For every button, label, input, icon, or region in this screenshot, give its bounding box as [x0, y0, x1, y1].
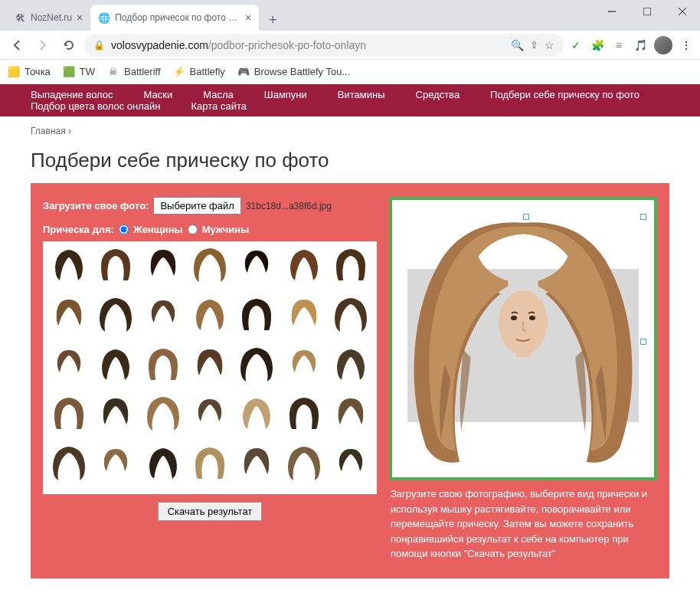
hairstyle-thumb[interactable]: [47, 246, 90, 284]
bookmarks-bar: 🟨Точка 🟩TW ☠Battleriff ⚡Battlefly 🎮Brows…: [0, 60, 700, 84]
tab-active[interactable]: 🌐 Подбор причесок по фото онла ×: [90, 5, 259, 31]
browser-toolbar: 🔒 volosvypadenie.com/podbor-prichesok-po…: [0, 31, 700, 60]
nav-shampuni[interactable]: Шампуни: [264, 89, 307, 100]
close-tab-icon[interactable]: ×: [77, 11, 83, 24]
hairstyle-thumb[interactable]: [330, 246, 372, 284]
bookmark-battleriff[interactable]: ☠Battleriff: [107, 66, 160, 78]
favicon-globe: 🌐: [98, 11, 110, 24]
resize-handle-e[interactable]: [640, 339, 646, 345]
hairstyle-thumb[interactable]: [188, 395, 231, 433]
hairstyle-thumb[interactable]: [330, 296, 372, 334]
breadcrumb: Главная ›: [0, 116, 700, 146]
hairstyle-gallery[interactable]: [43, 241, 377, 494]
hairstyle-thumb[interactable]: [330, 395, 372, 433]
hairstyle-thumb[interactable]: [142, 444, 184, 483]
hairstyle-thumb[interactable]: [283, 296, 325, 334]
hairstyle-thumb[interactable]: [142, 296, 184, 334]
hairstyle-thumb[interactable]: [188, 246, 231, 284]
hairstyle-thumb[interactable]: [236, 246, 278, 284]
tab-noznet[interactable]: 🛠 NozNet.ru ×: [6, 5, 90, 31]
nav-vypadenie[interactable]: Выпадение волос: [31, 89, 113, 100]
reload-button[interactable]: [58, 34, 80, 56]
hairstyle-thumb[interactable]: [188, 444, 231, 483]
ext-puzzle-icon[interactable]: 🧩: [590, 38, 605, 53]
url-text: volosvypadenie.com/podbor-prichesok-po-f…: [111, 39, 505, 51]
nav-podberi[interactable]: Подбери себе прическу по фото: [490, 89, 639, 100]
hairstyle-thumb[interactable]: [236, 395, 278, 433]
hairstyle-thumb[interactable]: [94, 444, 136, 483]
page-title: Подбери себе прическу по фото: [0, 146, 700, 183]
nav-vitaminy[interactable]: Витамины: [338, 89, 385, 100]
bookmark-tochka[interactable]: 🟨Точка: [8, 66, 51, 78]
hairstyle-thumb[interactable]: [47, 444, 90, 483]
bookmark-tw[interactable]: 🟩TW: [63, 66, 95, 78]
svg-rect-1: [643, 8, 651, 15]
profile-avatar[interactable]: [654, 36, 672, 54]
hairstyle-thumb[interactable]: [283, 346, 325, 384]
nav-maski[interactable]: Маски: [144, 89, 173, 100]
file-choose-button[interactable]: Выберите файл: [153, 197, 240, 215]
hairstyle-thumb[interactable]: [142, 395, 184, 433]
address-bar[interactable]: 🔒 volosvypadenie.com/podbor-prichesok-po…: [84, 34, 564, 57]
forward-button[interactable]: [32, 34, 54, 56]
page-content: Выпадение волос Маски Масла Шампуни Вита…: [0, 84, 700, 593]
nav-sredstva[interactable]: Средства: [416, 89, 460, 100]
hairstyle-thumb[interactable]: [236, 346, 278, 384]
hairstyle-thumb[interactable]: [188, 346, 231, 384]
maximize-button[interactable]: [630, 0, 665, 23]
resize-handle-n[interactable]: [523, 214, 529, 220]
ext-check-icon[interactable]: ✓: [568, 38, 584, 53]
label-women: Женщины: [133, 224, 183, 235]
hairstyle-thumb[interactable]: [236, 296, 278, 334]
hairstyle-thumb[interactable]: [47, 346, 90, 384]
close-window-button[interactable]: [665, 0, 700, 23]
ext-key-icon[interactable]: 🎵: [633, 38, 648, 53]
hairstyle-thumb[interactable]: [283, 395, 325, 433]
hairstyle-thumb[interactable]: [283, 246, 325, 284]
hairstyle-thumb[interactable]: [236, 444, 278, 483]
left-panel: Загрузите свое фото: Выберите файл 31bc1…: [43, 197, 377, 565]
upload-label: Загрузите свое фото:: [43, 200, 149, 211]
preview-canvas[interactable]: [389, 197, 657, 480]
hair-overlay[interactable]: [400, 215, 646, 470]
bookmark-battlefy[interactable]: 🎮Browse Battlefy Tou...: [237, 66, 351, 78]
ext-list-icon[interactable]: ≡: [611, 38, 626, 53]
hairstyle-thumb[interactable]: [330, 346, 372, 384]
new-tab-button[interactable]: +: [262, 9, 283, 31]
upload-row: Загрузите свое фото: Выберите файл 31bc1…: [43, 197, 377, 215]
hairstyle-thumb[interactable]: [142, 246, 184, 284]
download-button[interactable]: Скачать результат: [158, 502, 263, 521]
hairstyle-thumb[interactable]: [94, 395, 136, 433]
site-navigation: Выпадение волос Маски Масла Шампуни Вита…: [0, 84, 700, 116]
hairstyle-thumb[interactable]: [330, 444, 372, 483]
hairstyle-thumb[interactable]: [47, 296, 90, 334]
hairstyle-thumb[interactable]: [188, 296, 231, 334]
resize-handle-ne[interactable]: [640, 214, 646, 220]
gender-label: Прическа для:: [43, 224, 114, 235]
search-icon[interactable]: 🔍: [511, 39, 524, 51]
share-icon[interactable]: ⇧: [530, 39, 538, 51]
hairstyle-thumb[interactable]: [94, 296, 136, 334]
favicon-noznet: 🛠: [14, 11, 26, 24]
breadcrumb-home[interactable]: Главная: [31, 126, 66, 136]
radio-men[interactable]: [188, 224, 198, 234]
hairstyle-thumb[interactable]: [47, 395, 90, 433]
bookmark-battlefly[interactable]: ⚡Battlefly: [173, 66, 225, 78]
hairstyle-thumb[interactable]: [142, 346, 184, 384]
label-men: Мужчины: [202, 224, 250, 235]
minimize-button[interactable]: [594, 0, 630, 23]
menu-icon[interactable]: ⋮: [679, 38, 694, 53]
radio-women[interactable]: [119, 224, 129, 234]
hairstyle-thumb[interactable]: [283, 444, 325, 483]
nav-podbor-cveta[interactable]: Подбор цвета волос онлайн: [31, 100, 161, 112]
nav-karta[interactable]: Карта сайта: [191, 100, 247, 112]
right-panel: Загрузите свою фотографию, выберите вид …: [389, 197, 657, 565]
hairstyle-thumb[interactable]: [94, 346, 136, 384]
back-button[interactable]: [6, 34, 28, 56]
hairstyle-thumb[interactable]: [94, 246, 136, 284]
lock-icon: 🔒: [93, 40, 105, 51]
star-icon[interactable]: ☆: [545, 39, 554, 51]
close-tab-icon[interactable]: ×: [245, 11, 251, 24]
nav-masla[interactable]: Масла: [203, 89, 234, 100]
tab-strip: 🛠 NozNet.ru × 🌐 Подбор причесок по фото …: [0, 0, 283, 31]
